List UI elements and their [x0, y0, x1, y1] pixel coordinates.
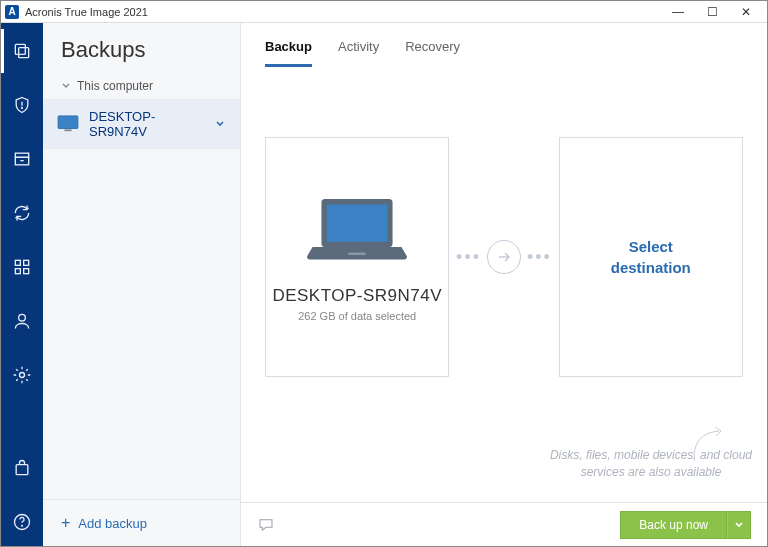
backup-now-button[interactable]: Back up now	[620, 511, 727, 539]
nav-protection[interactable]	[1, 91, 43, 119]
svg-rect-0	[15, 44, 25, 54]
help-icon	[12, 512, 32, 532]
source-title: DESKTOP-SR9N74V	[272, 286, 442, 306]
svg-rect-19	[348, 252, 366, 255]
add-backup-button[interactable]: + Add backup	[43, 499, 240, 546]
svg-rect-16	[64, 129, 71, 131]
nav-account[interactable]	[1, 307, 43, 335]
maximize-button[interactable]: ☐	[695, 5, 729, 19]
user-icon	[12, 311, 32, 331]
main-footer: Back up now	[241, 502, 767, 546]
plus-icon: +	[61, 514, 70, 532]
destination-line1: Select	[629, 236, 673, 257]
hint-callout: Disks, files, mobile devices, and cloud …	[501, 447, 761, 481]
dots-icon: •••	[527, 247, 552, 268]
destination-card[interactable]: Select destination	[559, 137, 743, 377]
group-this-computer[interactable]: This computer	[43, 73, 240, 99]
arrow-circle-icon	[487, 240, 521, 274]
svg-rect-7	[24, 260, 29, 265]
nav-store[interactable]	[1, 454, 43, 482]
svg-rect-6	[15, 260, 20, 265]
archive-icon	[12, 149, 32, 169]
source-subtitle: 262 GB of data selected	[298, 310, 416, 322]
sync-icon	[12, 203, 32, 223]
tab-bar: Backup Activity Recovery	[241, 23, 767, 67]
grid-icon	[12, 257, 32, 277]
svg-rect-8	[15, 269, 20, 274]
nav-backup[interactable]	[1, 37, 43, 65]
bag-icon	[12, 458, 32, 478]
curve-arrow-icon	[689, 423, 729, 463]
tab-activity[interactable]: Activity	[338, 39, 379, 67]
svg-rect-1	[19, 48, 29, 58]
svg-rect-12	[16, 465, 28, 475]
backup-now-button-group: Back up now	[620, 511, 751, 539]
svg-point-2	[22, 108, 23, 109]
backup-item-label: DESKTOP-SR9N74V	[89, 109, 204, 139]
backup-now-dropdown[interactable]	[727, 511, 751, 539]
svg-point-11	[20, 373, 25, 378]
svg-rect-18	[327, 204, 387, 241]
nav-archive[interactable]	[1, 145, 43, 173]
tab-backup[interactable]: Backup	[265, 39, 312, 67]
nav-help[interactable]	[1, 508, 43, 536]
app-icon: A	[5, 5, 19, 19]
vertical-nav	[1, 23, 43, 546]
chevron-down-icon	[734, 520, 744, 530]
title-bar: A Acronis True Image 2021 — ☐ ✕	[1, 1, 767, 23]
comment-icon[interactable]	[257, 516, 275, 534]
backup-sidebar: Backups This computer DESKTOP-SR9N74V + …	[43, 23, 241, 546]
source-card[interactable]: DESKTOP-SR9N74V 262 GB of data selected	[265, 137, 449, 377]
nav-tools[interactable]	[1, 253, 43, 281]
window-title: Acronis True Image 2021	[25, 6, 148, 18]
chevron-down-icon	[61, 81, 71, 91]
monitor-icon	[57, 115, 79, 133]
dots-icon: •••	[456, 247, 481, 268]
tab-recovery[interactable]: Recovery	[405, 39, 460, 67]
minimize-button[interactable]: —	[661, 5, 695, 19]
svg-point-14	[22, 525, 23, 526]
shield-icon	[12, 95, 32, 115]
nav-settings[interactable]	[1, 361, 43, 389]
gear-icon	[12, 365, 32, 385]
backup-list-item[interactable]: DESKTOP-SR9N74V	[43, 99, 240, 149]
chevron-down-icon	[214, 118, 226, 130]
nav-sync[interactable]	[1, 199, 43, 227]
copy-icon	[12, 41, 32, 61]
destination-line2: destination	[611, 257, 691, 278]
sidebar-heading: Backups	[43, 23, 240, 73]
svg-point-10	[19, 314, 26, 321]
laptop-icon	[302, 192, 412, 272]
svg-rect-15	[58, 116, 78, 129]
flow-arrow: ••• •••	[449, 240, 558, 274]
svg-rect-9	[24, 269, 29, 274]
close-button[interactable]: ✕	[729, 5, 763, 19]
add-backup-label: Add backup	[78, 516, 147, 531]
main-panel: Backup Activity Recovery DESKTOP-SR9N74V	[241, 23, 767, 546]
group-label: This computer	[77, 79, 153, 93]
